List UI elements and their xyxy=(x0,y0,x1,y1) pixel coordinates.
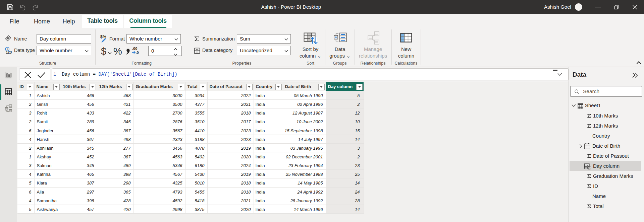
svg-text:.00: .00 xyxy=(132,47,137,51)
svg-text:123: 123 xyxy=(6,50,12,54)
svg-text:.0: .0 xyxy=(136,51,139,55)
